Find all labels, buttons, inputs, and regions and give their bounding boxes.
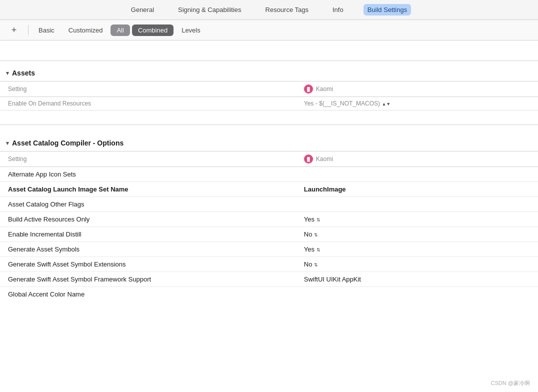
filter-separator bbox=[28, 25, 28, 35]
stepper-arrows[interactable]: ⇅ bbox=[314, 263, 318, 268]
tab-signing[interactable]: Signing & Capabilities bbox=[174, 4, 245, 16]
filter-customized[interactable]: Customized bbox=[62, 24, 109, 36]
table-row: Enable On Demand Resources Yes - $(__IS_… bbox=[0, 97, 538, 110]
section-asset-catalog: ▾ Asset Catalog Compiler - Options Setti… bbox=[0, 129, 538, 302]
setting-name: Generate Swift Asset Symbol Framework Su… bbox=[0, 272, 296, 287]
value-text: Yes bbox=[304, 246, 314, 253]
setting-col-label: Setting bbox=[8, 86, 26, 92]
setting-name: Enable On Demand Resources bbox=[0, 97, 296, 110]
setting-name: Global Accent Color Name bbox=[0, 287, 296, 302]
setting-name: Alternate App Icon Sets bbox=[0, 167, 296, 182]
setting-value bbox=[296, 197, 538, 212]
setting-value[interactable]: No ⇅ bbox=[296, 227, 538, 242]
table-row: Asset Catalog Other Flags bbox=[0, 197, 538, 212]
section-asset-catalog-header[interactable]: ▾ Asset Catalog Compiler - Options bbox=[0, 135, 538, 151]
main-content: ▾ Assets Setting ▐▌ Kaomi Enable On Dem bbox=[0, 40, 538, 302]
stepper-arrows[interactable]: ▲▼ bbox=[382, 102, 390, 106]
tab-resource-tags[interactable]: Resource Tags bbox=[262, 4, 312, 16]
stepper-arrows[interactable]: ⇅ bbox=[316, 248, 320, 252]
add-filter-button[interactable]: + bbox=[8, 24, 20, 36]
setting-value bbox=[296, 287, 538, 302]
setting-value: SwiftUI UIKit AppKit bbox=[296, 272, 538, 287]
value-text: No bbox=[304, 260, 312, 268]
watermark: CSDN @豪冷啊 bbox=[491, 380, 530, 387]
value-text: Yes - $(__IS_NOT_MACOS) bbox=[304, 100, 380, 107]
stepper-arrows[interactable]: ⇅ bbox=[316, 218, 320, 222]
section-assets-header[interactable]: ▾ Assets bbox=[0, 65, 538, 81]
filter-levels[interactable]: Levels bbox=[176, 24, 206, 36]
setting-value[interactable]: No ⇅ bbox=[296, 257, 538, 272]
kaomi-icon-2: ▐▌ bbox=[304, 154, 313, 164]
filter-combined[interactable]: Combined bbox=[132, 24, 174, 36]
table-row: Asset Catalog Launch Image Set Name Laun… bbox=[0, 182, 538, 197]
setting-name: Asset Catalog Other Flags bbox=[0, 197, 296, 212]
chevron-down-icon: ▾ bbox=[6, 70, 9, 76]
setting-name: Enable Incremental Distill bbox=[0, 227, 296, 242]
section-asset-catalog-title: Asset Catalog Compiler - Options bbox=[12, 139, 124, 147]
setting-value: LaunchImage bbox=[296, 182, 538, 197]
table-row: Enable Incremental Distill No ⇅ bbox=[0, 227, 538, 242]
setting-value bbox=[296, 167, 538, 182]
setting-value[interactable]: Yes ⇅ bbox=[296, 242, 538, 257]
table-row: Build Active Resources Only Yes ⇅ bbox=[0, 212, 538, 227]
filter-bar: + Basic Customized All Combined Levels bbox=[0, 20, 538, 40]
setting-name: Generate Asset Symbols bbox=[0, 242, 296, 257]
section-assets-title: Assets bbox=[12, 69, 35, 77]
setting-name: Build Active Resources Only bbox=[0, 212, 296, 227]
stepper-arrows[interactable]: ⇅ bbox=[314, 233, 318, 238]
kaomi-icon: ▐▌ bbox=[304, 84, 313, 94]
setting-name: Asset Catalog Launch Image Set Name bbox=[0, 182, 296, 197]
chevron-down-icon: ▾ bbox=[6, 140, 9, 146]
asset-catalog-table: Setting ▐▌ Kaomi Alternate App Icon Sets… bbox=[0, 151, 538, 302]
top-nav: General Signing & Capabilities Resource … bbox=[0, 0, 538, 20]
table-row: Alternate App Icon Sets bbox=[0, 167, 538, 182]
table-row: Generate Swift Asset Symbol Extensions N… bbox=[0, 257, 538, 272]
setting-value[interactable]: Yes ⇅ bbox=[296, 212, 538, 227]
value-text: Yes bbox=[304, 216, 314, 223]
asset-catalog-col-header: Setting ▐▌ Kaomi bbox=[0, 152, 538, 167]
assets-table: Setting ▐▌ Kaomi Enable On Demand Resour… bbox=[0, 81, 538, 110]
section-assets: ▾ Assets Setting ▐▌ Kaomi Enable On Dem bbox=[0, 40, 538, 110]
tab-build-settings[interactable]: Build Settings bbox=[364, 4, 412, 16]
setting-name: Generate Swift Asset Symbol Extensions bbox=[0, 257, 296, 272]
tab-general[interactable]: General bbox=[127, 4, 158, 16]
table-row: Generate Asset Symbols Yes ⇅ bbox=[0, 242, 538, 257]
table-row: Generate Swift Asset Symbol Framework Su… bbox=[0, 272, 538, 287]
filter-basic[interactable]: Basic bbox=[32, 24, 60, 36]
kaomi-col-label: ▐▌ Kaomi bbox=[304, 84, 333, 94]
kaomi-col-label-2: ▐▌ Kaomi bbox=[304, 154, 333, 164]
setting-value[interactable]: Yes - $(__IS_NOT_MACOS) ▲▼ bbox=[296, 97, 538, 110]
assets-col-header: Setting ▐▌ Kaomi bbox=[0, 82, 538, 97]
tab-info[interactable]: Info bbox=[328, 4, 348, 16]
setting-col-label-2: Setting bbox=[8, 156, 26, 162]
value-text: No bbox=[304, 230, 312, 238]
table-row: Global Accent Color Name bbox=[0, 287, 538, 302]
filter-all[interactable]: All bbox=[110, 24, 130, 36]
